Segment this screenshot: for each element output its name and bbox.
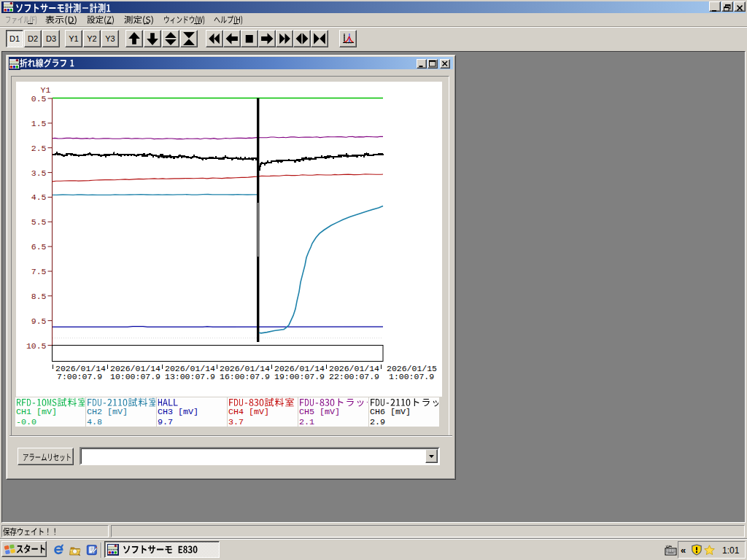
- svg-text:10.5: 10.5: [26, 341, 47, 351]
- svg-text:4.5: 4.5: [31, 192, 47, 202]
- svg-text:13:00:07.9: 13:00:07.9: [165, 372, 215, 381]
- svg-text:5.5: 5.5: [31, 217, 47, 227]
- svg-text:8.5: 8.5: [31, 292, 47, 301]
- svg-text:22:00:07.9: 22:00:07.9: [329, 372, 379, 381]
- svg-text:1:00:07.9: 1:00:07.9: [389, 372, 434, 381]
- svg-text:19:00:07.9: 19:00:07.9: [274, 372, 325, 381]
- svg-text:16:00:07.9: 16:00:07.9: [220, 372, 270, 381]
- svg-text:0.5: 0.5: [31, 94, 47, 104]
- svg-text:7.5: 7.5: [31, 267, 47, 276]
- svg-text:2.5: 2.5: [31, 144, 47, 153]
- svg-text:1.5: 1.5: [31, 119, 47, 128]
- svg-text:3.5: 3.5: [31, 168, 47, 178]
- svg-text:10:00:07.9: 10:00:07.9: [110, 372, 160, 381]
- svg-text:7:00:07.9: 7:00:07.9: [57, 372, 102, 381]
- svg-text:Y1: Y1: [41, 85, 51, 95]
- svg-text:6.5: 6.5: [31, 242, 47, 252]
- svg-text:9.5: 9.5: [31, 316, 47, 326]
